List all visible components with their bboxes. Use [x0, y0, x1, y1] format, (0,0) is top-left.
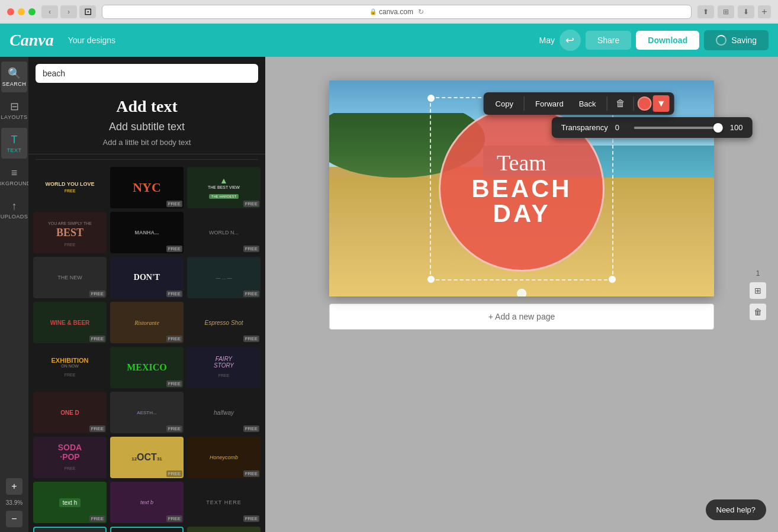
color-dropdown-button[interactable]: ▼	[653, 95, 670, 112]
copy-button[interactable]: Copy	[488, 96, 520, 112]
delete-button[interactable]: 🗑	[611, 95, 630, 112]
zoom-level: 33.9%	[6, 499, 22, 506]
list-item[interactable]: text b FREE	[110, 482, 184, 523]
list-item[interactable]: YOU ARE SIMPLY THE BEST FREE	[33, 212, 107, 253]
list-item[interactable]: — ... — FREE	[187, 257, 261, 298]
color-picker-button[interactable]	[638, 96, 652, 111]
list-item[interactable]: WINE & BEER FREE	[33, 302, 107, 343]
list-item[interactable]: SODA ·POP FREE	[33, 437, 107, 478]
list-item[interactable]: AESTH... FREE	[110, 392, 184, 433]
free-badge: FREE	[166, 381, 182, 387]
back-button[interactable]: Back	[572, 96, 603, 112]
topbar: Canva Your designs May ↩ Share Download …	[0, 24, 778, 57]
text-label: TEXT	[7, 147, 21, 153]
list-item[interactable]: Honeycomb FREE	[187, 437, 261, 478]
list-item[interactable]: STRICTLY NO PARKING PRIVATE PRO... FREE	[33, 527, 107, 532]
transparency-popup: Transparency 0 100	[552, 117, 753, 138]
canvas-right-controls: 1 ⊞ 🗑	[750, 269, 766, 320]
your-designs-link[interactable]: Your designs	[68, 36, 115, 45]
sidebar-item-layouts[interactable]: ⊟ LAYOUTS	[1, 95, 27, 125]
sidebar-item-search[interactable]: 🔍 SEARCH	[1, 62, 27, 92]
list-item[interactable]: MEXICO FREE	[110, 347, 184, 388]
need-help-button[interactable]: Need help?	[706, 499, 767, 520]
reader-button[interactable]: ⊞	[718, 5, 734, 18]
sidebar-item-background[interactable]: ≡ BKGROUND	[1, 161, 27, 192]
add-page-button[interactable]: + Add a new page	[329, 304, 714, 330]
toolbar-separator-2	[607, 96, 607, 111]
search-icon: 🔍	[8, 67, 21, 80]
add-subtitle-button[interactable]: Add subtitle text	[36, 118, 258, 136]
list-item[interactable]: Ristorante FREE	[110, 302, 184, 343]
lock-icon: 🔒	[369, 8, 377, 15]
sidebar-item-text[interactable]: T TEXT	[1, 128, 27, 159]
list-item[interactable]: EXHIBITION ON NOW FREE	[33, 347, 107, 388]
free-badge: FREE	[166, 201, 182, 207]
list-item[interactable]: THE NEW FREE	[33, 257, 107, 298]
canva-logo[interactable]: Canva	[9, 31, 54, 50]
zoom-minus-button[interactable]: −	[6, 511, 22, 527]
free-badge: FREE	[166, 515, 182, 522]
search-input[interactable]	[36, 64, 258, 83]
undo-button[interactable]: ↩	[560, 30, 581, 51]
window-button[interactable]: ⊡	[79, 5, 96, 18]
free-badge: FREE	[166, 246, 182, 252]
list-item[interactable]: WORLD N... FREE	[187, 212, 261, 253]
page-number: 1	[756, 269, 760, 278]
list-item[interactable]: halfway FREE	[187, 392, 261, 433]
search-label: SEARCH	[2, 81, 27, 87]
add-text-button[interactable]: Add text	[36, 95, 258, 118]
trash-button[interactable]: 🗑	[750, 304, 766, 320]
add-body-button[interactable]: Add a little bit of body text	[36, 136, 258, 149]
canvas-area: Copy Forward Back 🗑 ▼ Transparency 0	[265, 57, 778, 532]
address-bar[interactable]: 🔒 canva.com ↻	[102, 5, 692, 19]
nav-buttons: ‹ › ⊡	[41, 5, 96, 18]
back-nav-button[interactable]: ‹	[41, 5, 58, 18]
sidebar-bottom: + 33.9% −	[6, 478, 22, 527]
list-item[interactable]: ▲ THE BEST VIEW THE HARDEST FREE	[187, 167, 261, 208]
list-item[interactable]: MANHA... FREE	[110, 212, 184, 253]
free-badge: FREE	[166, 425, 182, 432]
transparency-thumb[interactable]	[713, 123, 723, 133]
transparency-max-value: 100	[730, 123, 743, 132]
layouts-label: LAYOUTS	[1, 114, 28, 120]
zoom-plus-button[interactable]: +	[6, 478, 22, 495]
add-page-label: + Add a new page	[488, 312, 555, 321]
saving-button[interactable]: Saving	[704, 30, 769, 50]
forward-nav-button[interactable]: ›	[60, 5, 77, 18]
close-button[interactable]	[7, 8, 14, 15]
toolbar-popup: Copy Forward Back 🗑 ▼	[484, 92, 674, 115]
minimize-button[interactable]	[18, 8, 25, 15]
layers-button[interactable]: ⊞	[750, 282, 766, 299]
download-browser-button[interactable]: ⬇	[738, 5, 754, 18]
list-item[interactable]: NYC FREE	[110, 167, 184, 208]
list-item[interactable]: WORLD YOU LOVEFREE	[33, 167, 107, 208]
list-item[interactable]: DON'T FREE	[110, 257, 184, 298]
list-item[interactable]: ONE D FREE	[33, 392, 107, 433]
search-bar	[28, 57, 265, 90]
forward-button[interactable]: Forward	[528, 96, 571, 112]
list-item[interactable]: Espresso Shot FREE	[187, 302, 261, 343]
transparency-slider[interactable]	[634, 127, 723, 129]
maximize-button[interactable]	[28, 8, 36, 15]
list-item[interactable]: text h FREE	[33, 482, 107, 523]
download-button[interactable]: Download	[636, 31, 699, 50]
share-browser-button[interactable]: ⬆	[697, 5, 714, 18]
uploads-label: UPLOADS	[1, 214, 28, 220]
team-text: Team	[497, 151, 546, 174]
free-badge: FREE	[89, 425, 105, 432]
sidebar-item-uploads[interactable]: ↑ UPLOADS	[1, 194, 27, 225]
list-item[interactable]: TEXT HERE FREE	[187, 482, 261, 523]
list-item[interactable]: FAIRY STORY FREE	[187, 347, 261, 388]
free-badge: FREE	[89, 515, 105, 522]
month-label: May	[539, 36, 554, 45]
reload-icon[interactable]: ↻	[418, 8, 424, 16]
main-content: 🔍 SEARCH ⊟ LAYOUTS T TEXT ≡ BKGROUND ↑ U…	[0, 57, 778, 532]
address-text: canva.com	[379, 8, 413, 16]
share-button[interactable]: Share	[586, 31, 631, 50]
new-tab-button[interactable]: +	[758, 5, 771, 18]
list-item[interactable]: 12OCT31 FREE	[110, 437, 184, 478]
transparency-min-value: 0	[615, 123, 627, 132]
list-item[interactable]: HOLD ON FREE	[110, 527, 184, 532]
list-item[interactable]: BIG New project SO MANY FREE	[187, 527, 261, 532]
text-style-grid: WORLD YOU LOVEFREE NYC FREE ▲ THE BEST V…	[28, 165, 265, 532]
